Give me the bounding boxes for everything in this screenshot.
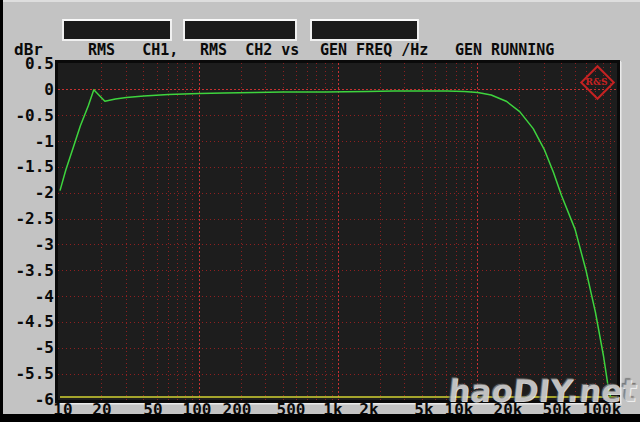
y-tick-label: 0.5 bbox=[0, 54, 54, 74]
y-tick-label: -0.5 bbox=[0, 106, 54, 126]
readout-display-ch1 bbox=[62, 19, 172, 41]
y-tick-label: -2.5 bbox=[0, 209, 54, 229]
screen-left-edge bbox=[0, 0, 3, 422]
y-tick-label: -5.5 bbox=[0, 364, 54, 384]
readout-label-ch1: RMS CH1, bbox=[88, 41, 178, 59]
frequency-response-chart bbox=[58, 63, 617, 400]
y-tick-label: -1.5 bbox=[0, 157, 54, 177]
y-tick-label: -2 bbox=[0, 183, 54, 203]
y-tick-label: -5 bbox=[0, 338, 54, 358]
y-tick-label: -3 bbox=[0, 235, 54, 255]
rs-logo-icon: R&S bbox=[580, 65, 613, 98]
status-line-generator: GEN RUNNING bbox=[455, 42, 609, 59]
analyzer-screen: RMS CH1, RMS CH2 vs GEN FREQ /Hz dBr GEN… bbox=[0, 0, 640, 422]
readout-label-ch2: RMS CH2 vs bbox=[200, 41, 299, 59]
rs-logo-text: R&S bbox=[580, 65, 613, 98]
plot-area: R&S bbox=[55, 60, 620, 403]
y-tick-label: -3.5 bbox=[0, 261, 54, 281]
watermark-text: haoDIY.net bbox=[446, 372, 638, 408]
y-tick-label: 0 bbox=[0, 80, 54, 100]
y-tick-label: -1 bbox=[0, 132, 54, 152]
readout-label-gen-freq: GEN FREQ /Hz bbox=[320, 41, 428, 59]
readout-display-ch2 bbox=[183, 19, 297, 41]
screen-bottom-bar bbox=[0, 414, 640, 422]
y-tick-label: -4.5 bbox=[0, 312, 54, 332]
y-tick-label: -4 bbox=[0, 287, 54, 307]
readout-display-gen-freq bbox=[310, 19, 419, 41]
window-top-highlight bbox=[3, 0, 640, 2]
